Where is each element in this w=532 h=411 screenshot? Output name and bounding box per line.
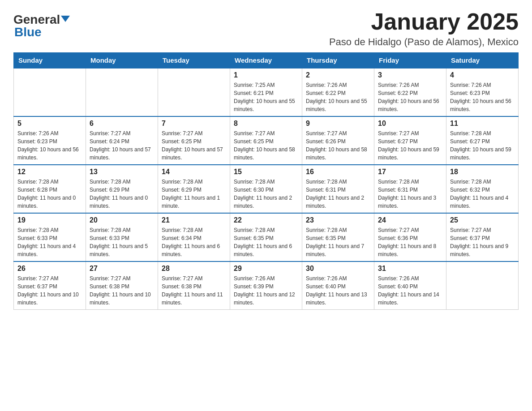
day-info: Sunrise: 7:26 AM Sunset: 6:40 PM Dayligh…: [306, 274, 370, 307]
day-info: Sunrise: 7:28 AM Sunset: 6:30 PM Dayligh…: [234, 178, 298, 210]
calendar-cell: [446, 261, 519, 310]
day-info: Sunrise: 7:28 AM Sunset: 6:29 PM Dayligh…: [90, 178, 154, 210]
calendar-cell: 26Sunrise: 7:27 AM Sunset: 6:37 PM Dayli…: [14, 261, 86, 310]
day-info: Sunrise: 7:26 AM Sunset: 6:22 PM Dayligh…: [306, 81, 370, 113]
col-header-friday: Friday: [374, 53, 446, 68]
calendar-cell: 2Sunrise: 7:26 AM Sunset: 6:22 PM Daylig…: [302, 68, 374, 116]
week-row-1: 1Sunrise: 7:25 AM Sunset: 6:21 PM Daylig…: [14, 68, 519, 116]
day-number: 3: [378, 71, 442, 79]
calendar-cell: 15Sunrise: 7:28 AM Sunset: 6:30 PM Dayli…: [230, 165, 302, 213]
day-number: 26: [17, 265, 82, 273]
day-number: 31: [378, 265, 442, 273]
day-info: Sunrise: 7:28 AM Sunset: 6:35 PM Dayligh…: [306, 226, 370, 258]
col-header-saturday: Saturday: [446, 53, 519, 68]
logo-general: General: [13, 13, 60, 26]
calendar-cell: 16Sunrise: 7:28 AM Sunset: 6:31 PM Dayli…: [302, 165, 374, 213]
day-number: 4: [450, 71, 515, 79]
day-info: Sunrise: 7:28 AM Sunset: 6:35 PM Dayligh…: [234, 226, 298, 258]
day-number: 24: [378, 216, 442, 224]
day-number: 14: [162, 168, 226, 176]
day-number: 5: [17, 120, 82, 128]
day-number: 12: [17, 168, 82, 176]
day-info: Sunrise: 7:27 AM Sunset: 6:36 PM Dayligh…: [378, 226, 442, 258]
day-info: Sunrise: 7:27 AM Sunset: 6:25 PM Dayligh…: [234, 129, 298, 162]
calendar-header-row: SundayMondayTuesdayWednesdayThursdayFrid…: [14, 53, 519, 68]
calendar-cell: 8Sunrise: 7:27 AM Sunset: 6:25 PM Daylig…: [230, 116, 302, 165]
day-info: Sunrise: 7:28 AM Sunset: 6:33 PM Dayligh…: [17, 226, 82, 258]
calendar-cell: 9Sunrise: 7:27 AM Sunset: 6:26 PM Daylig…: [302, 116, 374, 165]
day-info: Sunrise: 7:27 AM Sunset: 6:37 PM Dayligh…: [17, 274, 82, 307]
day-number: 9: [306, 120, 370, 128]
calendar-cell: 29Sunrise: 7:26 AM Sunset: 6:39 PM Dayli…: [230, 261, 302, 310]
calendar-cell: 11Sunrise: 7:28 AM Sunset: 6:27 PM Dayli…: [446, 116, 519, 165]
calendar-cell: 28Sunrise: 7:27 AM Sunset: 6:38 PM Dayli…: [158, 261, 230, 310]
day-number: 21: [162, 216, 226, 224]
day-info: Sunrise: 7:27 AM Sunset: 6:27 PM Dayligh…: [378, 129, 442, 162]
day-number: 28: [162, 265, 226, 273]
calendar-cell: [86, 68, 158, 116]
day-number: 30: [306, 265, 370, 273]
day-info: Sunrise: 7:27 AM Sunset: 6:37 PM Dayligh…: [450, 226, 515, 258]
day-number: 2: [306, 71, 370, 79]
week-row-3: 12Sunrise: 7:28 AM Sunset: 6:28 PM Dayli…: [14, 165, 519, 213]
day-info: Sunrise: 7:27 AM Sunset: 6:24 PM Dayligh…: [90, 129, 154, 162]
calendar-cell: 23Sunrise: 7:28 AM Sunset: 6:35 PM Dayli…: [302, 213, 374, 261]
calendar-cell: 6Sunrise: 7:27 AM Sunset: 6:24 PM Daylig…: [86, 116, 158, 165]
calendar-cell: 17Sunrise: 7:28 AM Sunset: 6:31 PM Dayli…: [374, 165, 446, 213]
day-number: 22: [234, 216, 298, 224]
day-number: 17: [378, 168, 442, 176]
calendar-cell: 25Sunrise: 7:27 AM Sunset: 6:37 PM Dayli…: [446, 213, 519, 261]
day-info: Sunrise: 7:27 AM Sunset: 6:38 PM Dayligh…: [162, 274, 226, 307]
col-header-wednesday: Wednesday: [230, 53, 302, 68]
day-info: Sunrise: 7:28 AM Sunset: 6:28 PM Dayligh…: [17, 178, 82, 210]
day-number: 11: [450, 120, 515, 128]
calendar-cell: 13Sunrise: 7:28 AM Sunset: 6:29 PM Dayli…: [86, 165, 158, 213]
week-row-5: 26Sunrise: 7:27 AM Sunset: 6:37 PM Dayli…: [14, 261, 519, 310]
logo: General Blue: [13, 13, 70, 39]
day-info: Sunrise: 7:26 AM Sunset: 6:23 PM Dayligh…: [450, 81, 515, 113]
calendar-cell: 7Sunrise: 7:27 AM Sunset: 6:25 PM Daylig…: [158, 116, 230, 165]
day-number: 1: [234, 71, 298, 79]
col-header-thursday: Thursday: [302, 53, 374, 68]
month-title: January 2025: [329, 9, 519, 34]
day-number: 13: [90, 168, 154, 176]
day-number: 8: [234, 120, 298, 128]
day-info: Sunrise: 7:25 AM Sunset: 6:21 PM Dayligh…: [234, 81, 298, 113]
calendar-cell: 30Sunrise: 7:26 AM Sunset: 6:40 PM Dayli…: [302, 261, 374, 310]
day-info: Sunrise: 7:27 AM Sunset: 6:26 PM Dayligh…: [306, 129, 370, 162]
day-info: Sunrise: 7:28 AM Sunset: 6:33 PM Dayligh…: [90, 226, 154, 258]
day-number: 16: [306, 168, 370, 176]
calendar-cell: 31Sunrise: 7:26 AM Sunset: 6:40 PM Dayli…: [374, 261, 446, 310]
calendar-cell: 24Sunrise: 7:27 AM Sunset: 6:36 PM Dayli…: [374, 213, 446, 261]
col-header-sunday: Sunday: [14, 53, 86, 68]
calendar-cell: 4Sunrise: 7:26 AM Sunset: 6:23 PM Daylig…: [446, 68, 519, 116]
calendar-cell: [158, 68, 230, 116]
calendar-cell: 20Sunrise: 7:28 AM Sunset: 6:33 PM Dayli…: [86, 213, 158, 261]
day-number: 27: [90, 265, 154, 273]
calendar-cell: 14Sunrise: 7:28 AM Sunset: 6:29 PM Dayli…: [158, 165, 230, 213]
day-number: 19: [17, 216, 82, 224]
day-info: Sunrise: 7:28 AM Sunset: 6:31 PM Dayligh…: [378, 178, 442, 210]
day-info: Sunrise: 7:28 AM Sunset: 6:31 PM Dayligh…: [306, 178, 370, 210]
calendar-cell: 18Sunrise: 7:28 AM Sunset: 6:32 PM Dayli…: [446, 165, 519, 213]
calendar-cell: [14, 68, 86, 116]
calendar-cell: 21Sunrise: 7:28 AM Sunset: 6:34 PM Dayli…: [158, 213, 230, 261]
calendar-cell: 1Sunrise: 7:25 AM Sunset: 6:21 PM Daylig…: [230, 68, 302, 116]
day-info: Sunrise: 7:26 AM Sunset: 6:40 PM Dayligh…: [378, 274, 442, 307]
day-number: 23: [306, 216, 370, 224]
logo-blue: Blue: [14, 25, 42, 39]
day-number: 29: [234, 265, 298, 273]
day-info: Sunrise: 7:26 AM Sunset: 6:22 PM Dayligh…: [378, 81, 442, 113]
day-info: Sunrise: 7:27 AM Sunset: 6:38 PM Dayligh…: [90, 274, 154, 307]
location-title: Paso de Hidalgo (Paso de Alamos), Mexico: [329, 36, 519, 48]
day-info: Sunrise: 7:26 AM Sunset: 6:23 PM Dayligh…: [17, 129, 82, 162]
day-info: Sunrise: 7:26 AM Sunset: 6:39 PM Dayligh…: [234, 274, 298, 307]
day-info: Sunrise: 7:27 AM Sunset: 6:25 PM Dayligh…: [162, 129, 226, 162]
day-number: 7: [162, 120, 226, 128]
page-header: General Blue January 2025 Paso de Hidalg…: [13, 9, 519, 48]
day-number: 25: [450, 216, 515, 224]
day-number: 18: [450, 168, 515, 176]
calendar-cell: 27Sunrise: 7:27 AM Sunset: 6:38 PM Dayli…: [86, 261, 158, 310]
day-number: 6: [90, 120, 154, 128]
day-number: 20: [90, 216, 154, 224]
